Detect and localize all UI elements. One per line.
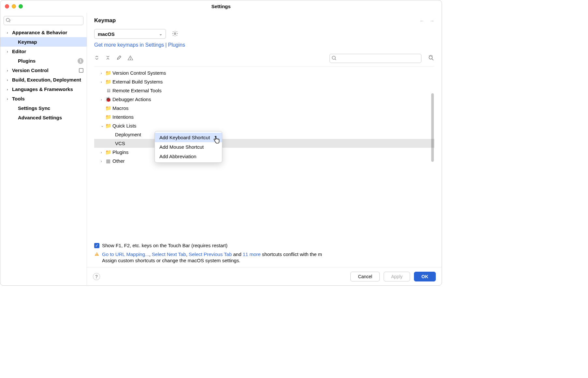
svg-point-4 (130, 59, 130, 59)
keymap-toolbar (94, 54, 434, 67)
sidebar-search-input[interactable] (4, 16, 83, 25)
sidebar-item-plugins[interactable]: Plugins1 (0, 56, 87, 66)
svg-point-0 (6, 18, 9, 22)
titlebar: Settings (0, 0, 442, 13)
svg-point-5 (332, 56, 335, 59)
sidebar-item-settings-sync[interactable]: Settings Sync (0, 103, 87, 113)
keymap-selected-value: macOS (98, 31, 115, 37)
sidebar-item-build[interactable]: ›Build, Execution, Deployment (0, 75, 87, 84)
chevron-right-icon: › (7, 68, 11, 72)
dialog-footer: ? Cancel Apply OK (87, 267, 442, 285)
chevron-right-icon: › (7, 78, 11, 82)
ok-button[interactable]: OK (414, 272, 436, 281)
tree-item-remote-tools[interactable]: 🖥Remote External Tools (94, 86, 434, 95)
chevron-right-icon: › (101, 159, 105, 163)
plugins-badge: 1 (78, 58, 83, 64)
tree-item-plugins[interactable]: ›📁Plugins (94, 148, 434, 157)
tree-item-quick-lists[interactable]: ⌄📁Quick Lists (94, 121, 434, 130)
conflict-link-2[interactable]: Select Next Tab (152, 251, 186, 257)
tree-item-vcs[interactable]: VCS (94, 139, 434, 148)
sidebar-item-editor[interactable]: ›Editor (0, 47, 87, 56)
conflict-link-1[interactable]: Go to URL Mapping... (102, 251, 149, 257)
gear-icon[interactable] (172, 30, 178, 38)
expand-all-icon[interactable] (94, 55, 99, 62)
conflict-warning-icon[interactable] (127, 55, 133, 62)
help-icon[interactable]: ? (93, 273, 100, 280)
nav-back-icon[interactable]: ← (419, 18, 424, 23)
touchbar-checkbox-label: Show F1, F2, etc. keys on the Touch Bar … (102, 243, 228, 248)
svg-line-1 (9, 21, 10, 22)
page-title: Keymap (94, 17, 116, 24)
svg-rect-9 (96, 255, 97, 255)
chevron-right-icon: › (101, 80, 105, 84)
chevron-down-icon: ⌄ (159, 32, 162, 36)
folder-icon: 📁 (105, 149, 111, 155)
conflict-more-link[interactable]: 11 more (243, 251, 261, 257)
settings-sidebar: ›Appearance & Behavior Keymap ›Editor Pl… (0, 13, 87, 285)
other-icon: ▦ (105, 158, 111, 164)
svg-point-7 (429, 56, 432, 59)
chevron-down-icon: ⌄ (101, 124, 105, 128)
warning-text: Go to URL Mapping..., Select Next Tab, S… (102, 251, 322, 258)
sidebar-item-advanced[interactable]: Advanced Settings (0, 113, 87, 122)
chevron-right-icon: › (101, 150, 105, 154)
context-menu: Add Keyboard Shortcut Add Mouse Shortcut… (154, 131, 222, 163)
chevron-right-icon: › (101, 98, 105, 101)
search-icon (331, 55, 337, 61)
context-add-mouse-shortcut[interactable]: Add Mouse Shortcut (155, 142, 222, 152)
touchbar-checkbox[interactable]: ✓ (94, 243, 99, 248)
folder-icon: 📁 (105, 105, 111, 111)
edit-shortcut-icon[interactable] (116, 55, 122, 62)
tree-item-other[interactable]: ›▦Other (94, 157, 434, 165)
svg-line-6 (335, 59, 336, 60)
chevron-right-icon: › (7, 31, 11, 35)
folder-icon: 📁 (105, 123, 111, 129)
collapse-all-icon[interactable] (105, 55, 110, 62)
main-panel: Keymap ← → macOS ⌄ Get mo (87, 13, 442, 285)
bug-icon: 🐞 (105, 97, 111, 102)
server-icon: 🖥 (105, 88, 111, 93)
warning-line2: Assign custom shortcuts or change the ma… (102, 258, 434, 263)
tree-item-vcs-systems[interactable]: ›📁Version Control Systems (94, 68, 434, 77)
project-scope-icon (79, 68, 83, 73)
sidebar-item-keymap[interactable]: Keymap (0, 37, 87, 47)
tree-item-intentions[interactable]: 📁Intentions (94, 113, 434, 121)
plugins-link[interactable]: Plugins (168, 42, 185, 48)
tree-item-debugger[interactable]: ›🐞Debugger Actions (94, 95, 434, 104)
chevron-right-icon: › (101, 71, 105, 75)
tree-item-external-build[interactable]: ›📁External Build Systems (94, 77, 434, 86)
tree-item-macros[interactable]: 📁Macros (94, 104, 434, 113)
tree-item-deployment[interactable]: Deployment (94, 130, 434, 139)
sidebar-list: ›Appearance & Behavior Keymap ›Editor Pl… (0, 28, 87, 285)
sidebar-item-languages[interactable]: ›Languages & Frameworks (0, 84, 87, 94)
sidebar-item-appearance[interactable]: ›Appearance & Behavior (0, 28, 87, 37)
settings-window: Settings ›Appearance & Behavior Keymap ›… (0, 0, 442, 286)
chevron-right-icon: › (7, 50, 11, 53)
sidebar-item-tools[interactable]: ›Tools (0, 94, 87, 103)
svg-point-2 (174, 33, 176, 34)
keymap-scheme-select[interactable]: macOS ⌄ (94, 29, 166, 39)
apply-button[interactable]: Apply (384, 272, 410, 281)
scrollbar-thumb[interactable] (431, 93, 434, 162)
nav-forward-icon[interactable]: → (430, 18, 434, 23)
sidebar-item-version-control[interactable]: ›Version Control (0, 66, 87, 75)
context-add-keyboard-shortcut[interactable]: Add Keyboard Shortcut (155, 133, 222, 142)
folder-icon: 📁 (105, 70, 111, 76)
chevron-right-icon: › (7, 97, 11, 101)
folder-gear-icon: 📁 (105, 79, 111, 85)
action-tree[interactable]: ›📁Version Control Systems ›📁External Bui… (94, 67, 434, 240)
window-title: Settings (0, 4, 442, 9)
context-add-abbreviation[interactable]: Add Abbreviation (155, 152, 222, 161)
warning-icon (94, 251, 99, 258)
cancel-button[interactable]: Cancel (350, 272, 380, 281)
search-icon (6, 18, 11, 23)
conflict-link-3[interactable]: Select Previous Tab (189, 251, 232, 257)
find-by-shortcut-icon[interactable] (428, 55, 434, 62)
get-more-keymaps-link[interactable]: Get more keymaps in Settings (94, 42, 164, 48)
folder-icon: 📁 (105, 114, 111, 120)
action-search-input[interactable] (330, 54, 421, 63)
chevron-right-icon: › (7, 87, 11, 91)
svg-rect-8 (96, 253, 97, 254)
